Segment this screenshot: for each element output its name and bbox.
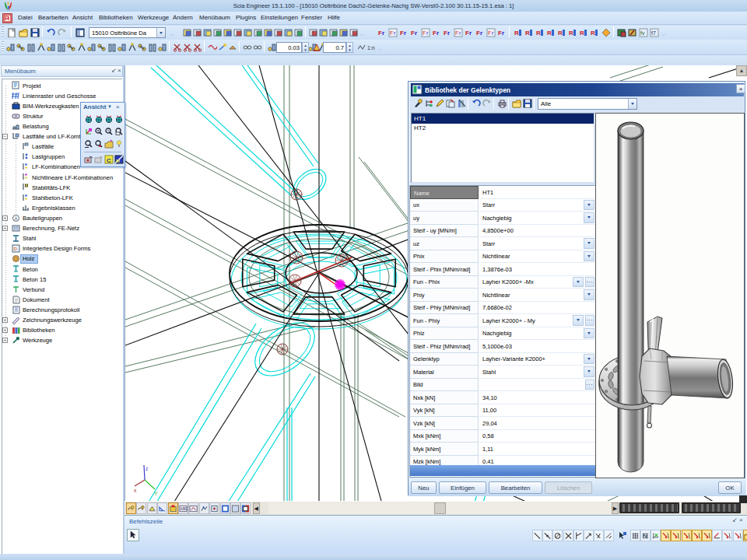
svg-text:F: F bbox=[390, 30, 393, 36]
svg-text:R: R bbox=[536, 30, 541, 37]
svg-text:R: R bbox=[514, 30, 519, 37]
svg-text:Y: Y bbox=[154, 491, 158, 496]
svg-text:F: F bbox=[488, 30, 491, 36]
svg-text:fv: fv bbox=[640, 30, 645, 36]
svg-text:R: R bbox=[558, 30, 563, 37]
svg-text:R: R bbox=[525, 30, 530, 37]
svg-text:r: r bbox=[415, 30, 417, 37]
svg-text:r: r bbox=[382, 30, 384, 37]
svg-text:1:n: 1:n bbox=[367, 45, 375, 51]
svg-text:F: F bbox=[423, 30, 426, 36]
svg-text:R: R bbox=[569, 30, 573, 37]
svg-text:r: r bbox=[404, 30, 406, 37]
svg-text:r: r bbox=[469, 30, 472, 37]
svg-text:M: M bbox=[116, 159, 120, 163]
svg-text:R: R bbox=[547, 30, 552, 37]
svg-text:F: F bbox=[455, 30, 458, 36]
svg-text:R: R bbox=[591, 30, 595, 37]
svg-text:f7: f7 bbox=[651, 30, 656, 36]
svg-text:D: D bbox=[14, 247, 18, 251]
svg-text:r: r bbox=[437, 30, 439, 37]
svg-text:r: r bbox=[480, 30, 482, 37]
svg-text:A: A bbox=[15, 216, 18, 221]
svg-text:ABC: ABC bbox=[181, 506, 188, 510]
svg-text:x: x bbox=[134, 488, 137, 493]
svg-text:z: z bbox=[146, 466, 148, 471]
svg-text:r: r bbox=[502, 30, 504, 37]
svg-text:r: r bbox=[447, 30, 450, 37]
svg-text:R: R bbox=[580, 30, 584, 37]
svg-text:C: C bbox=[107, 156, 111, 163]
